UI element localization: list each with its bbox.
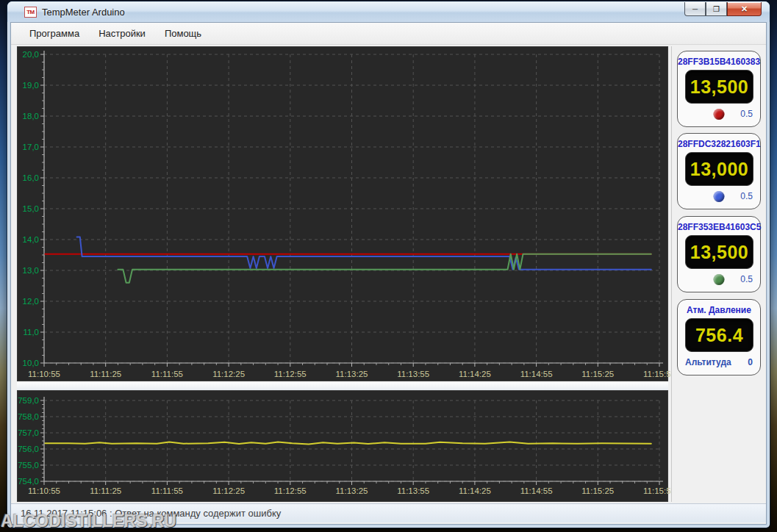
sensor-id: 28FF353EB41603C5 <box>678 222 760 232</box>
temperature-chart: 20,019,018,017,016,015,014,013,012,011,0… <box>17 46 668 381</box>
app-icon: TM <box>24 7 37 18</box>
y-axis-label: 756,0 <box>18 445 39 453</box>
close-button[interactable]: ✕ <box>727 2 762 16</box>
window-title: TempMeter Arduino <box>42 7 125 18</box>
x-axis-label: 11:14:25 <box>459 370 491 378</box>
sensor-value: 13,500 <box>690 76 748 98</box>
x-axis-label: 11:10:55 <box>28 370 60 378</box>
title-bar[interactable]: TM TempMeter Arduino ─ ❐ ✕ <box>7 1 770 22</box>
y-axis-label: 15,0 <box>23 204 39 213</box>
maximize-button[interactable]: ❐ <box>706 2 727 16</box>
pressure-value: 756.4 <box>695 325 743 346</box>
sensor-card-footer: 0.5 <box>685 108 753 121</box>
x-axis-label: 11:11:25 <box>90 486 121 495</box>
x-axis-label: 11:14:25 <box>459 486 491 495</box>
y-axis-label: 755,0 <box>18 461 39 470</box>
sensor-card-1: 28FF3B15B4160383 13,500 0.5 <box>677 51 761 127</box>
sensor-id: 28FF3B15B4160383 <box>678 57 760 67</box>
x-axis-label: 11:12:25 <box>212 370 245 378</box>
close-icon: ✕ <box>741 4 748 14</box>
altitude-value: 0 <box>748 357 753 367</box>
sensor-card-2: 28FFDC32821603F1 13,000 0.5 <box>677 133 761 209</box>
y-axis-label: 13,0 <box>23 266 39 275</box>
y-axis-label: 16,0 <box>23 173 39 182</box>
x-axis-label: 11:13:55 <box>397 486 429 495</box>
y-axis-label: 12,0 <box>23 297 39 306</box>
minimize-icon: ─ <box>692 5 698 13</box>
menu-help[interactable]: Помощь <box>155 24 211 43</box>
temperature-chart-canvas: 20,019,018,017,016,015,014,013,012,011,0… <box>18 47 669 382</box>
pressure-card-title: Атм. Давление <box>678 305 760 315</box>
sensor-card-footer: 0.5 <box>685 273 753 286</box>
sensor-card-3: 28FF353EB41603C5 13,500 0.5 <box>677 216 761 292</box>
y-axis-label: 759,0 <box>18 396 39 405</box>
screen: TM TempMeter Arduino ─ ❐ ✕ Программа Нас… <box>0 0 777 532</box>
client-area: Программа Настройки Помощь 20,019,018,01… <box>10 22 767 525</box>
watermark: ALCODISTILLERS.RU <box>1 511 176 531</box>
sensor-value-display: 13,000 <box>685 152 753 186</box>
x-axis-label: 11:11:55 <box>151 370 183 378</box>
sensor-color-dot <box>714 191 725 202</box>
x-axis-label: 11:13:55 <box>397 370 429 378</box>
sensor-color-dot <box>714 109 725 120</box>
y-axis-label: 10,0 <box>23 359 39 367</box>
x-axis-label: 11:14:55 <box>520 486 553 495</box>
sensor-id: 28FFDC32821603F1 <box>678 139 760 149</box>
sensor-value-display: 13,500 <box>685 235 753 269</box>
y-axis-label: 754,0 <box>18 477 39 486</box>
pressure-value-display: 756.4 <box>685 318 753 352</box>
x-axis-label: 11:12:55 <box>274 486 307 495</box>
y-axis-label: 758,0 <box>18 412 39 421</box>
y-axis-label: 11,0 <box>23 328 39 337</box>
y-axis-label: 757,0 <box>18 428 39 437</box>
x-axis-label: 11:12:55 <box>274 370 307 378</box>
menu-bar: Программа Настройки Помощь <box>11 23 766 45</box>
altitude-label: Альтитуда <box>685 357 731 367</box>
x-axis-label: 11:10:55 <box>28 486 60 495</box>
sensor-panel: 28FF3B15B4160383 13,500 0.5 28FFDC328216… <box>671 46 765 502</box>
series-pressure-yellow <box>45 442 651 445</box>
x-axis-label: 11:11:25 <box>90 370 121 378</box>
sensor-value: 13,000 <box>690 159 748 180</box>
series-temp-green <box>118 254 651 283</box>
menu-program[interactable]: Программа <box>20 24 89 43</box>
sensor-card-footer: 0.5 <box>685 190 753 203</box>
x-axis-label: 11:11:55 <box>151 486 183 495</box>
y-axis-label: 17,0 <box>23 143 39 151</box>
app-window: TM TempMeter Arduino ─ ❐ ✕ Программа Нас… <box>7 1 770 528</box>
y-axis-label: 14,0 <box>23 235 39 244</box>
series-temp-blue <box>77 237 651 270</box>
pressure-card: Атм. Давление 756.4 Альтитуда 0 <box>677 299 761 375</box>
y-axis-label: 20,0 <box>23 50 39 59</box>
x-axis-label: 11:12:25 <box>212 486 245 495</box>
sensor-value-display: 13,500 <box>685 70 753 104</box>
minimize-button[interactable]: ─ <box>684 2 706 16</box>
x-axis-label: 11:14:55 <box>520 370 553 378</box>
sensor-value: 13,500 <box>690 242 748 263</box>
x-axis-label: 11:13:25 <box>336 370 368 378</box>
chart-divider <box>17 381 668 390</box>
x-axis-label: 11:15:25 <box>581 486 614 495</box>
window-controls: ─ ❐ ✕ <box>684 2 762 16</box>
sensor-resolution: 0.5 <box>740 274 753 284</box>
pressure-card-footer: Альтитуда 0 <box>685 356 753 369</box>
y-axis-label: 18,0 <box>23 112 39 121</box>
menu-settings[interactable]: Настройки <box>89 24 155 43</box>
x-axis-label: 11:15:25 <box>581 370 614 378</box>
sensor-color-dot <box>714 274 725 285</box>
x-axis-label: 11:13:25 <box>336 486 368 495</box>
pressure-chart: 759,0758,0757,0756,0755,0754,011:10:5511… <box>17 390 668 502</box>
pressure-chart-canvas: 759,0758,0757,0756,0755,0754,011:10:5511… <box>18 391 669 503</box>
sensor-resolution: 0.5 <box>740 109 753 119</box>
y-axis-label: 19,0 <box>23 81 39 90</box>
maximize-icon: ❐ <box>713 5 720 13</box>
sensor-resolution: 0.5 <box>740 191 753 201</box>
